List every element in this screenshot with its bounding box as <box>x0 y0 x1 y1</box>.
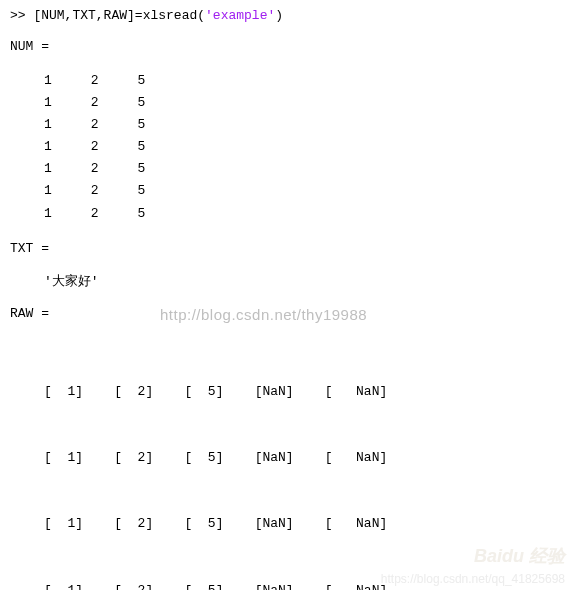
assignment-lhs: [NUM,TXT,RAW]= <box>33 8 142 23</box>
paren-close: ) <box>275 8 283 23</box>
num-row: 1 2 5 <box>44 136 563 158</box>
command-line: >> [NUM,TXT,RAW]=xlsread('example') <box>10 8 563 23</box>
txt-label: TXT = <box>10 241 563 256</box>
num-label: NUM = <box>10 39 563 54</box>
num-row: 1 2 5 <box>44 114 563 136</box>
raw-matrix: [ 1] [ 2] [ 5] [NaN] [ NaN] [ 1] [ 2] [ … <box>44 337 563 590</box>
prompt-symbol: >> <box>10 8 33 23</box>
raw-row: [ 1] [ 2] [ 5] [NaN] [ NaN] <box>44 447 563 469</box>
raw-label: RAW = <box>10 306 563 321</box>
num-matrix: 1 2 5 1 2 5 1 2 5 1 2 5 1 2 5 1 2 5 1 2 … <box>44 70 563 225</box>
raw-row: [ 1] [ 2] [ 5] [NaN] [ NaN] <box>44 381 563 403</box>
num-row: 1 2 5 <box>44 158 563 180</box>
string-arg: 'example' <box>205 8 275 23</box>
num-row: 1 2 5 <box>44 203 563 225</box>
raw-row: [ 1] [ 2] [ 5] [NaN] [ NaN] <box>44 580 563 590</box>
num-row: 1 2 5 <box>44 70 563 92</box>
paren-open: ( <box>197 8 205 23</box>
txt-value: '大家好' <box>44 272 563 290</box>
num-row: 1 2 5 <box>44 180 563 202</box>
num-row: 1 2 5 <box>44 92 563 114</box>
function-name: xlsread <box>143 8 198 23</box>
raw-row: [ 1] [ 2] [ 5] [NaN] [ NaN] <box>44 513 563 535</box>
